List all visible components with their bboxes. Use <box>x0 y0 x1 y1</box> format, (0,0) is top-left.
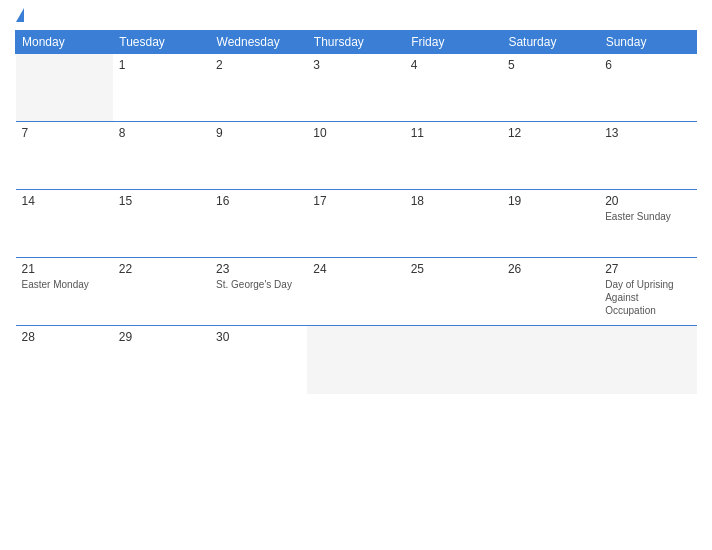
calendar-page: MondayTuesdayWednesdayThursdayFridaySatu… <box>0 0 712 550</box>
calendar-cell: 12 <box>502 122 599 190</box>
day-number: 8 <box>119 126 204 140</box>
calendar-cell <box>405 326 502 394</box>
calendar-cell: 15 <box>113 190 210 258</box>
calendar-cell <box>599 326 696 394</box>
calendar-cell: 19 <box>502 190 599 258</box>
day-number: 23 <box>216 262 301 276</box>
calendar-cell: 7 <box>16 122 113 190</box>
weekday-header-monday: Monday <box>16 31 113 54</box>
day-number: 5 <box>508 58 593 72</box>
weekday-header-row: MondayTuesdayWednesdayThursdayFridaySatu… <box>16 31 697 54</box>
calendar-table: MondayTuesdayWednesdayThursdayFridaySatu… <box>15 30 697 394</box>
calendar-cell <box>307 326 404 394</box>
day-number: 21 <box>22 262 107 276</box>
day-number: 18 <box>411 194 496 208</box>
day-number: 11 <box>411 126 496 140</box>
day-number: 6 <box>605 58 690 72</box>
calendar-cell: 2 <box>210 54 307 122</box>
day-number: 26 <box>508 262 593 276</box>
logo-triangle-icon <box>16 8 24 22</box>
event-label: Easter Sunday <box>605 211 671 222</box>
day-number: 1 <box>119 58 204 72</box>
calendar-cell: 29 <box>113 326 210 394</box>
calendar-cell: 5 <box>502 54 599 122</box>
day-number: 3 <box>313 58 398 72</box>
calendar-cell: 9 <box>210 122 307 190</box>
calendar-week-row: 282930 <box>16 326 697 394</box>
day-number: 9 <box>216 126 301 140</box>
day-number: 29 <box>119 330 204 344</box>
day-number: 12 <box>508 126 593 140</box>
calendar-cell: 20Easter Sunday <box>599 190 696 258</box>
day-number: 19 <box>508 194 593 208</box>
weekday-header-sunday: Sunday <box>599 31 696 54</box>
calendar-cell: 24 <box>307 258 404 326</box>
calendar-cell: 25 <box>405 258 502 326</box>
calendar-cell: 17 <box>307 190 404 258</box>
calendar-cell: 30 <box>210 326 307 394</box>
weekday-header-friday: Friday <box>405 31 502 54</box>
weekday-header-wednesday: Wednesday <box>210 31 307 54</box>
day-number: 20 <box>605 194 690 208</box>
weekday-header-thursday: Thursday <box>307 31 404 54</box>
calendar-week-row: 123456 <box>16 54 697 122</box>
day-number: 2 <box>216 58 301 72</box>
calendar-cell: 28 <box>16 326 113 394</box>
weekday-header-saturday: Saturday <box>502 31 599 54</box>
calendar-cell: 11 <box>405 122 502 190</box>
calendar-cell: 18 <box>405 190 502 258</box>
day-number: 28 <box>22 330 107 344</box>
calendar-week-row: 78910111213 <box>16 122 697 190</box>
calendar-cell: 10 <box>307 122 404 190</box>
calendar-week-row: 14151617181920Easter Sunday <box>16 190 697 258</box>
calendar-cell: 16 <box>210 190 307 258</box>
day-number: 24 <box>313 262 398 276</box>
day-number: 10 <box>313 126 398 140</box>
calendar-cell: 4 <box>405 54 502 122</box>
day-number: 14 <box>22 194 107 208</box>
calendar-week-row: 21Easter Monday2223St. George's Day24252… <box>16 258 697 326</box>
calendar-cell: 6 <box>599 54 696 122</box>
calendar-cell: 27Day of Uprising Against Occupation <box>599 258 696 326</box>
calendar-cell <box>502 326 599 394</box>
calendar-cell <box>16 54 113 122</box>
header <box>15 10 697 22</box>
day-number: 13 <box>605 126 690 140</box>
calendar-cell: 22 <box>113 258 210 326</box>
day-number: 27 <box>605 262 690 276</box>
calendar-cell: 23St. George's Day <box>210 258 307 326</box>
day-number: 7 <box>22 126 107 140</box>
calendar-cell: 1 <box>113 54 210 122</box>
day-number: 22 <box>119 262 204 276</box>
day-number: 17 <box>313 194 398 208</box>
day-number: 30 <box>216 330 301 344</box>
calendar-cell: 14 <box>16 190 113 258</box>
calendar-cell: 26 <box>502 258 599 326</box>
logo <box>15 10 24 22</box>
weekday-header-tuesday: Tuesday <box>113 31 210 54</box>
calendar-cell: 13 <box>599 122 696 190</box>
day-number: 4 <box>411 58 496 72</box>
calendar-cell: 21Easter Monday <box>16 258 113 326</box>
day-number: 25 <box>411 262 496 276</box>
event-label: Day of Uprising Against Occupation <box>605 279 673 316</box>
day-number: 16 <box>216 194 301 208</box>
day-number: 15 <box>119 194 204 208</box>
calendar-cell: 8 <box>113 122 210 190</box>
event-label: Easter Monday <box>22 279 89 290</box>
calendar-cell: 3 <box>307 54 404 122</box>
event-label: St. George's Day <box>216 279 292 290</box>
